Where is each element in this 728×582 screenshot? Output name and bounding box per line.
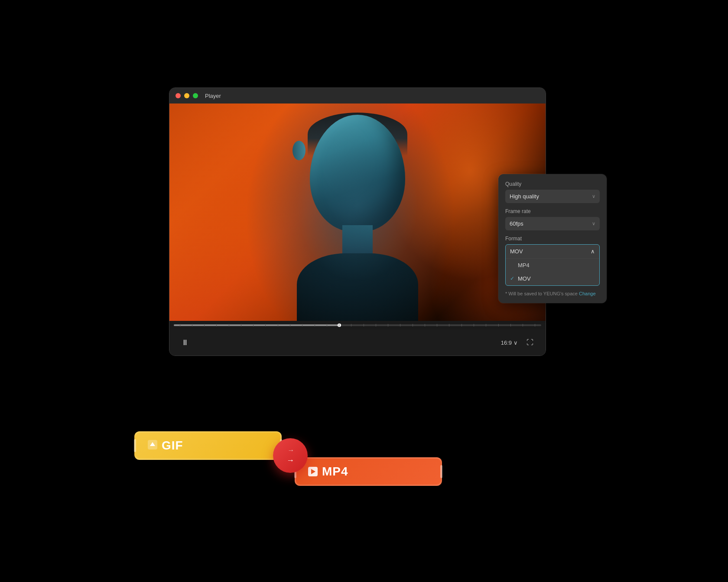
format-dropdown-header[interactable]: MOV ∧ xyxy=(506,245,599,259)
gif-badge[interactable]: GIF xyxy=(134,431,282,460)
format-value: MOV xyxy=(510,248,523,255)
quality-select[interactable]: High quality ∨ xyxy=(505,190,600,203)
play-triangle xyxy=(311,469,315,474)
player-title: Player xyxy=(205,93,221,99)
player-titlebar: Player xyxy=(169,88,546,103)
change-link[interactable]: Change xyxy=(579,291,596,296)
save-note-text: * Will be saved to YEUNG's space xyxy=(505,291,578,296)
save-note: * Will be saved to YEUNG's space Change xyxy=(505,291,600,296)
gif-icon xyxy=(148,440,157,452)
player-timeline[interactable] xyxy=(169,321,546,330)
aspect-ratio-chevron: ∨ xyxy=(514,340,518,346)
format-chevron: ∧ xyxy=(591,248,595,255)
aspect-ratio-label: 16:9 xyxy=(501,340,512,346)
format-dropdown[interactable]: MOV ∧ MP4 MOV xyxy=(505,244,600,286)
timeline-track[interactable] xyxy=(174,324,541,326)
arrow-right-icon: → xyxy=(286,456,294,465)
arrow-up-icon: ← xyxy=(286,446,294,454)
timeline-marks xyxy=(174,324,541,326)
gif-handle-left xyxy=(134,439,136,452)
format-option-mp4[interactable]: MP4 xyxy=(506,259,599,272)
player-controls: ⏸ 16:9 ∨ ⛶ xyxy=(169,330,546,356)
minimize-dot[interactable] xyxy=(184,93,189,98)
video-area xyxy=(169,103,546,330)
maximize-dot[interactable] xyxy=(193,93,198,98)
close-dot[interactable] xyxy=(176,93,181,98)
mp4-badge[interactable]: MP4 xyxy=(295,457,442,486)
fullscreen-button[interactable]: ⛶ xyxy=(523,336,537,349)
mp4-handle-right xyxy=(440,465,442,478)
format-label: Format xyxy=(505,236,600,242)
quality-panel: Quality High quality ∨ Frame rate 60fps … xyxy=(498,174,607,303)
framerate-label: Frame rate xyxy=(505,208,600,214)
format-option-mov[interactable]: MOV xyxy=(506,272,599,285)
gif-label: GIF xyxy=(162,439,183,453)
framerate-value: 60fps xyxy=(510,220,523,227)
mp4-label: MP4 xyxy=(322,465,348,479)
framerate-select[interactable]: 60fps ∨ xyxy=(505,217,600,230)
convert-button[interactable]: ← → xyxy=(273,438,308,473)
aspect-ratio-control[interactable]: 16:9 ∨ xyxy=(501,340,518,346)
framerate-chevron: ∨ xyxy=(592,221,595,226)
player-window: Player xyxy=(169,87,546,356)
quality-label: Quality xyxy=(505,181,600,187)
face-overlay xyxy=(169,103,546,330)
convert-arrows-icon: ← → xyxy=(286,446,294,465)
quality-chevron: ∨ xyxy=(592,194,595,199)
quality-value: High quality xyxy=(510,193,539,200)
mp4-play-icon xyxy=(308,467,318,476)
pause-button[interactable]: ⏸ xyxy=(178,336,192,349)
